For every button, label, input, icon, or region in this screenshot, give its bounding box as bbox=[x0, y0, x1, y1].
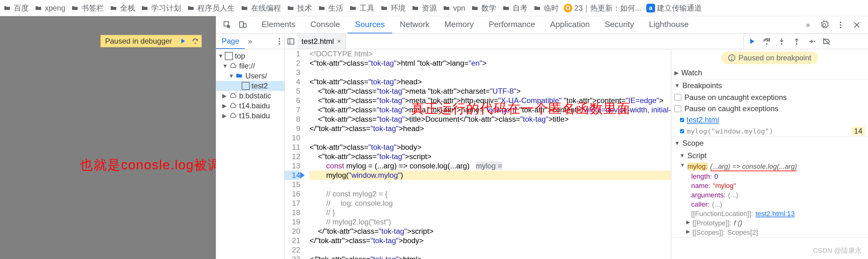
devtools-panel: ElementsConsoleSourcesNetworkMemoryPerfo… bbox=[216, 16, 868, 259]
svg-point-14 bbox=[796, 43, 798, 44]
scope-caller-row[interactable]: caller: (...) bbox=[671, 200, 868, 209]
step-into-icon[interactable] bbox=[777, 37, 786, 46]
devtools-tab-network[interactable]: Network bbox=[392, 16, 437, 33]
nav-top[interactable]: ▼top bbox=[216, 51, 284, 61]
kebab-menu-icon[interactable] bbox=[836, 20, 845, 30]
bookmark-item-15[interactable]: 临时 bbox=[532, 3, 559, 13]
resume-button[interactable] bbox=[747, 37, 756, 46]
scope-length-row: length: 0 bbox=[671, 172, 868, 181]
pause-caught-checkbox-row[interactable]: Pause on caught exceptions bbox=[671, 103, 868, 114]
more-subtabs-icon[interactable]: » bbox=[245, 37, 255, 46]
scope-prototype-row[interactable]: ▶[[Prototype]]: f () bbox=[671, 219, 868, 228]
bookmark-item-0[interactable]: 百度 bbox=[2, 3, 29, 13]
svg-point-8 bbox=[279, 40, 280, 42]
bookmark-item-12[interactable]: vpn bbox=[442, 4, 465, 12]
svg-rect-2 bbox=[240, 22, 244, 27]
page-subtab[interactable]: Page bbox=[216, 34, 245, 49]
file-navigator: ▼top ▼file:// ▼Users/ test2 ▶b.bdstatic … bbox=[216, 49, 285, 259]
bookmark-item-3[interactable]: 全栈 bbox=[109, 3, 135, 13]
scope-section-header[interactable]: ▼Scope bbox=[671, 137, 868, 149]
scope-scopes-row[interactable]: ▶[[Scopes]]: Scopes[2] bbox=[671, 228, 868, 237]
bookmark-item-6[interactable]: 在线编程 bbox=[240, 3, 281, 13]
devtools-tab-memory[interactable]: Memory bbox=[437, 16, 482, 33]
nav-t14-baidu[interactable]: ▶t14.baidu bbox=[216, 101, 284, 111]
svg-point-19 bbox=[732, 59, 732, 60]
bookmark-item-2[interactable]: 书签栏 bbox=[70, 3, 104, 13]
devtools-tab-elements[interactable]: Elements bbox=[254, 16, 303, 33]
nav-bdstatic[interactable]: ▶b.bdstatic bbox=[216, 91, 284, 101]
csdn-watermark: CSDN @陆康永 bbox=[813, 246, 862, 255]
devtools-tab-application[interactable]: Application bbox=[542, 16, 597, 33]
step-over-icon[interactable] bbox=[762, 37, 771, 46]
file-tab-test2[interactable]: test2.html × bbox=[297, 34, 346, 49]
step-over-button[interactable] bbox=[189, 35, 202, 47]
devtools-tab-security[interactable]: Security bbox=[597, 16, 642, 33]
step-icon[interactable] bbox=[807, 37, 816, 46]
close-devtools-icon[interactable] bbox=[852, 20, 862, 30]
close-file-tab-icon[interactable]: × bbox=[337, 37, 341, 45]
breakpoint-enabled-checkbox[interactable] bbox=[680, 118, 684, 122]
breakpoints-section-header[interactable]: ▼Breakpoints bbox=[671, 79, 868, 92]
inspect-element-icon[interactable] bbox=[222, 20, 232, 30]
sources-content: ▼top ▼file:// ▼Users/ test2 ▶b.bdstatic … bbox=[216, 49, 868, 259]
bookmark-item-1[interactable]: xpeng bbox=[34, 4, 65, 12]
breakpoint-file-row[interactable]: test2.html bbox=[671, 114, 868, 125]
nav-t15-baidu[interactable]: ▶t15.baidu bbox=[216, 111, 284, 121]
scope-arguments-row[interactable]: arguments: (...) bbox=[671, 190, 868, 200]
pause-uncaught-checkbox-row[interactable]: Pause on uncaught exceptions bbox=[671, 92, 868, 103]
breakpoint-line-row[interactable]: mylog("window.mylog") 14 bbox=[671, 125, 868, 137]
pause-uncaught-checkbox[interactable] bbox=[674, 94, 681, 101]
devtools-header: ElementsConsoleSourcesNetworkMemoryPerfo… bbox=[216, 16, 868, 34]
pause-caught-checkbox[interactable] bbox=[674, 105, 681, 112]
debugger-side-panel: Paused on breakpoint ▶Watch ▼Breakpoints… bbox=[671, 49, 868, 259]
bookmark-item-7[interactable]: 技术 bbox=[286, 3, 312, 13]
scope-funcloc-row[interactable]: [[FunctionLocation]]: test2.html:13 bbox=[671, 209, 868, 219]
more-tabs-icon[interactable]: » bbox=[803, 21, 813, 29]
scope-mylog-row[interactable]: ▼mylog: (...arg) => console.log(...arg) bbox=[671, 162, 868, 172]
resume-script-button[interactable] bbox=[177, 35, 189, 47]
bookmark-item-17[interactable]: a建立传输通道 bbox=[646, 3, 702, 13]
devtools-tab-sources[interactable]: Sources bbox=[348, 16, 392, 33]
svg-point-15 bbox=[814, 40, 815, 42]
devtools-tab-console[interactable]: Console bbox=[303, 16, 347, 33]
svg-point-4 bbox=[840, 22, 841, 23]
bookmark-item-11[interactable]: 资源 bbox=[411, 3, 437, 13]
svg-point-6 bbox=[840, 27, 841, 28]
subtab-kebab-icon[interactable] bbox=[274, 36, 284, 46]
bookmark-item-13[interactable]: 数学 bbox=[470, 3, 496, 13]
nav-users-folder[interactable]: ▼Users/ bbox=[216, 71, 284, 81]
breakpoint-line-checkbox[interactable] bbox=[680, 129, 684, 133]
bookmark-item-16[interactable]: O23｜热更新：如何... bbox=[564, 3, 641, 13]
scope-script-header[interactable]: ▼Script bbox=[671, 149, 868, 162]
file-tab-label: test2.html bbox=[302, 37, 334, 46]
svg-point-9 bbox=[279, 43, 280, 44]
debugger-paused-text: Paused in debugger bbox=[101, 37, 177, 45]
watch-section-header[interactable]: ▶Watch bbox=[671, 67, 868, 79]
settings-gear-icon[interactable] bbox=[819, 20, 829, 30]
bookmarks-bar: 百度xpeng书签栏全栈学习计划程序员人生在线编程技术生活工具环境资源vpn数学… bbox=[0, 0, 868, 16]
code-editor[interactable]: 1234567891011121314151617181920212223 <!… bbox=[285, 49, 671, 259]
paused-on-breakpoint-badge: Paused on breakpoint bbox=[721, 52, 818, 64]
bookmark-item-14[interactable]: 自考 bbox=[501, 3, 528, 13]
svg-point-7 bbox=[279, 38, 280, 40]
svg-rect-3 bbox=[244, 23, 246, 27]
nav-file-scheme[interactable]: ▼file:// bbox=[216, 61, 284, 71]
bookmark-item-10[interactable]: 环境 bbox=[379, 3, 406, 13]
sources-toolbar-row: Page » test2.html × bbox=[216, 34, 868, 49]
step-out-icon[interactable] bbox=[792, 37, 801, 46]
bookmark-item-5[interactable]: 程序员人生 bbox=[186, 3, 235, 13]
bookmark-item-8[interactable]: 生活 bbox=[317, 3, 343, 13]
bookmark-item-9[interactable]: 工具 bbox=[348, 3, 374, 13]
toggle-device-icon[interactable] bbox=[238, 20, 248, 30]
annotation-overlay-3: 真正运行的代码在一个匿名函数里面 bbox=[411, 104, 631, 113]
nav-test2-file[interactable]: test2 bbox=[216, 81, 284, 91]
devtools-tab-performance[interactable]: Performance bbox=[481, 16, 542, 33]
page-viewport: Paused in debugger 也就是conosle.log被调用的位置，… bbox=[0, 16, 216, 259]
scope-name-row: name: "mylog" bbox=[671, 181, 868, 190]
devtools-tab-lighthouse[interactable]: Lighthouse bbox=[641, 16, 696, 33]
bookmark-item-4[interactable]: 学习计划 bbox=[140, 3, 181, 13]
main-content-row: Paused in debugger 也就是conosle.log被调用的位置，… bbox=[0, 16, 868, 259]
svg-point-0 bbox=[194, 42, 196, 44]
toggle-navigator-icon[interactable] bbox=[285, 37, 297, 45]
deactivate-breakpoints-icon[interactable] bbox=[822, 37, 831, 46]
